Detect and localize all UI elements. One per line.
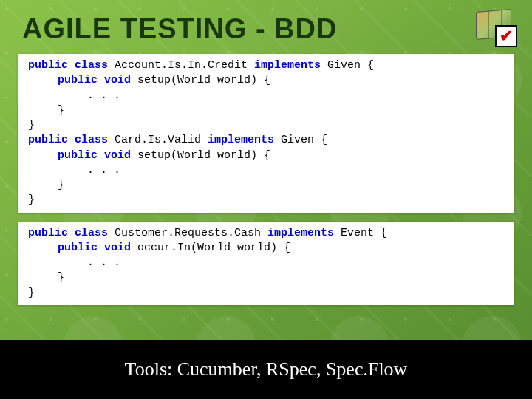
footer-text: Tools: Cucumber, RSpec, Spec.Flow <box>125 358 408 381</box>
code-block-2: public class Customer.Requests.Cash impl… <box>18 222 514 305</box>
code-text: . . . <box>28 163 120 178</box>
code-text: setup(World world) { <box>131 74 270 86</box>
code-block-1: public class Account.Is.In.Credit implem… <box>18 54 514 213</box>
code-text: } <box>28 119 35 132</box>
code-text: } <box>28 103 64 118</box>
code-text: . . . <box>28 89 120 103</box>
slide-title: AGILE TESTING - BDD <box>0 0 532 51</box>
code-keyword: public void <box>58 74 131 86</box>
code-text: Given { <box>274 134 327 146</box>
checkbox-icon: ✔ <box>495 25 517 47</box>
code-text: } <box>28 287 35 299</box>
code-text: Event { <box>334 227 387 239</box>
code-keyword: public void <box>58 149 131 162</box>
code-keyword: public class <box>28 59 108 72</box>
code-keyword: public class <box>28 227 108 239</box>
code-keyword: public class <box>28 134 108 146</box>
code-class-name: Customer.Requests.Cash <box>108 227 267 239</box>
code-keyword: implements <box>254 59 321 72</box>
code-keyword: implements <box>208 134 274 146</box>
code-keyword: implements <box>267 227 334 239</box>
code-keyword: public void <box>58 242 131 254</box>
slide: AGILE TESTING - BDD ✔ public class Accou… <box>0 0 532 399</box>
code-class-name: Card.Is.Valid <box>108 134 208 146</box>
code-text: } <box>28 194 35 206</box>
footer-bar: Tools: Cucumber, RSpec, Spec.Flow <box>0 340 532 399</box>
code-text: . . . <box>28 256 120 270</box>
code-class-name: Account.Is.In.Credit <box>108 59 254 72</box>
code-text: } <box>28 178 64 193</box>
code-text: Given { <box>321 59 374 72</box>
code-text: } <box>28 270 64 285</box>
code-text: setup(World world) { <box>131 149 270 162</box>
corner-icon-group: ✔ <box>476 10 517 47</box>
code-text: occur.In(World world) { <box>131 242 290 254</box>
